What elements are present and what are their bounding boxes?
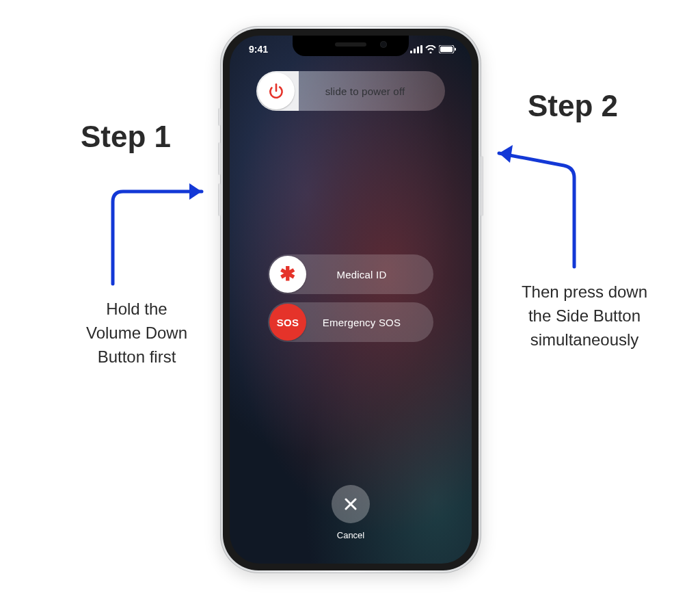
svg-rect-5	[440, 47, 453, 52]
sos-icon: SOS	[277, 317, 299, 328]
battery-icon	[439, 45, 457, 53]
medical-id-slider[interactable]: ✱ Medical ID	[268, 254, 433, 294]
sos-knob[interactable]: SOS	[269, 304, 306, 341]
step2-arrow	[479, 130, 602, 274]
cancel-button[interactable]	[332, 485, 370, 523]
step1-heading: Step 1	[81, 120, 171, 154]
medical-id-knob[interactable]: ✱	[269, 256, 306, 293]
slide-to-power-off[interactable]: slide to power off	[256, 71, 445, 111]
step2-body: Then press down the Side Button simultan…	[506, 280, 663, 352]
svg-rect-2	[417, 47, 419, 53]
cancel-group: Cancel	[332, 485, 370, 540]
power-off-label: slide to power off	[296, 85, 445, 97]
emergency-sos-slider[interactable]: SOS Emergency SOS	[268, 302, 433, 342]
cancel-label: Cancel	[332, 530, 370, 540]
step2-heading: Step 2	[528, 89, 618, 123]
phone-screen: 9:41	[230, 36, 472, 564]
svg-rect-0	[410, 51, 412, 53]
phone-frame: 9:41	[220, 26, 481, 573]
svg-rect-3	[420, 45, 422, 53]
sos-label: Emergency SOS	[308, 317, 433, 328]
medical-id-label: Medical ID	[308, 269, 433, 280]
step1-body: Hold the Volume Down Button first	[62, 298, 212, 369]
status-time: 9:41	[249, 44, 268, 55]
wifi-icon	[425, 45, 436, 53]
asterisk-icon: ✱	[280, 265, 295, 284]
svg-rect-1	[414, 49, 416, 53]
svg-marker-12	[499, 145, 513, 163]
power-icon	[267, 82, 285, 100]
svg-rect-6	[455, 48, 456, 51]
status-bar: 9:41	[230, 44, 472, 57]
signal-icon	[410, 45, 422, 53]
mute-switch	[218, 108, 221, 126]
power-off-knob[interactable]	[258, 73, 295, 109]
close-icon	[343, 497, 358, 512]
step1-arrow	[99, 164, 229, 294]
svg-marker-11	[189, 183, 202, 200]
status-icons	[410, 45, 457, 53]
